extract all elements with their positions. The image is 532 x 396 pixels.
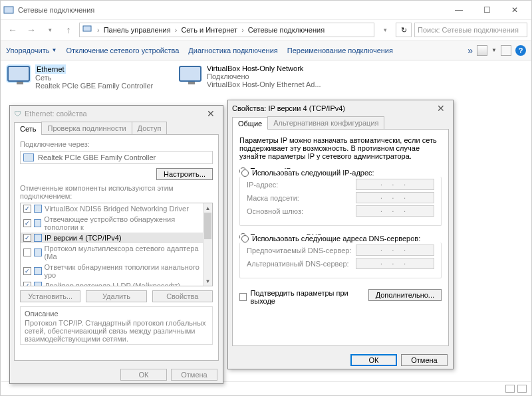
connection-status: Подключено <box>207 72 249 80</box>
scroll-thumb[interactable] <box>204 213 211 239</box>
dialog-titlebar[interactable]: Свойства: IP версии 4 (TCP/IPv4) ✕ <box>228 100 453 116</box>
install-button[interactable]: Установить... <box>20 290 80 302</box>
shield-icon: 🛡 <box>14 110 21 118</box>
titlebar: Сетевые подключения — ☐ ✕ <box>1 1 531 19</box>
view-dropdown[interactable]: ▼ <box>491 47 497 53</box>
breadcrumb[interactable]: › Панель управления › Сеть и Интернет › … <box>79 23 374 37</box>
ethernet-icon <box>6 64 31 87</box>
ip-label: IP-адрес: <box>247 181 356 189</box>
search-input[interactable]: Поиск: Сетевые подключения <box>414 23 527 37</box>
properties-button[interactable]: Свойства <box>152 290 213 302</box>
cancel-button[interactable]: Отмена <box>171 369 217 381</box>
tab-strip: Сеть Проверка подлинности Доступ <box>14 122 219 135</box>
tab-auth[interactable]: Проверка подлинности <box>41 122 132 134</box>
remove-button[interactable]: Удалить <box>86 290 146 302</box>
intro-text: Параметры IP можно назначать автоматичес… <box>239 136 442 160</box>
checkbox[interactable]: ✓ <box>23 234 31 242</box>
rename-cmd[interactable]: Переименование подключения <box>287 47 393 54</box>
view-large-icon[interactable] <box>517 385 527 393</box>
mask-input[interactable]: . . . <box>356 192 434 203</box>
protocol-icon <box>34 282 42 286</box>
tab-body: Подключение через: Realtek PCIe GBE Fami… <box>14 135 219 361</box>
connection-name: Ethernet <box>35 64 66 74</box>
preview-pane-button[interactable] <box>501 45 511 56</box>
ok-button[interactable]: ОК <box>120 369 167 381</box>
window-icon <box>3 5 14 15</box>
disable-device-cmd[interactable]: Отключение сетевого устройства <box>66 47 179 54</box>
checkbox[interactable] <box>23 248 31 256</box>
tab-strip: Общие Альтернативная конфигурация <box>232 116 449 130</box>
ok-button[interactable]: ОК <box>350 354 397 366</box>
help-button[interactable]: ? <box>515 45 526 56</box>
view-details-icon[interactable] <box>505 385 515 393</box>
svg-rect-0 <box>4 7 13 13</box>
protocol-icon <box>34 234 42 242</box>
advanced-button[interactable]: Дополнительно... <box>368 289 442 301</box>
breadcrumb-seg2[interactable]: Сеть и Интернет <box>181 26 237 34</box>
breadcrumb-seg3[interactable]: Сетевые подключения <box>248 26 325 34</box>
tab-access[interactable]: Доступ <box>132 122 168 134</box>
radio-manual-dns[interactable]: Использовать следующие адреса DNS-сервер… <box>240 235 422 243</box>
tab-alt-config[interactable]: Альтернативная конфигурация <box>267 116 384 129</box>
dialog-titlebar[interactable]: 🛡 Ethernet: свойства ✕ <box>10 106 223 122</box>
description-box: Описание Протокол TCP/IP. Стандартный пр… <box>20 306 213 345</box>
list-item: ✓VirtualBox NDIS6 Bridged Networking Dri… <box>21 203 212 214</box>
protocol-icon <box>34 205 42 213</box>
dns2-label: Альтернативный DNS-сервер: <box>247 260 356 268</box>
checkbox[interactable]: ✓ <box>23 267 31 275</box>
up-button[interactable]: ↑ <box>61 22 76 38</box>
checkbox-icon <box>239 293 247 301</box>
connection-status: Сеть <box>35 74 51 82</box>
components-list[interactable]: ✓VirtualBox NDIS6 Bridged Networking Dri… <box>20 203 213 286</box>
recent-button[interactable]: ▾ <box>42 22 58 38</box>
configure-button[interactable]: Настроить... <box>156 168 213 180</box>
list-item: ✓Отвечающее устройство обнаружения топол… <box>21 214 212 233</box>
virtualbox-icon <box>178 64 203 87</box>
view-icons-button[interactable] <box>477 45 487 56</box>
checkbox[interactable]: ✓ <box>23 219 31 227</box>
search-placeholder: Поиск: Сетевые подключения <box>418 26 519 34</box>
checkbox[interactable]: ✓ <box>23 205 31 213</box>
dns2-input[interactable]: . . . <box>356 258 434 269</box>
radio-manual-ip[interactable]: Использовать следующий IP-адрес: <box>240 169 376 177</box>
tab-general[interactable]: Общие <box>232 117 268 130</box>
list-item-selected: ✓IP версии 4 (TCP/IPv4) <box>21 233 212 243</box>
svg-rect-1 <box>83 26 91 31</box>
connection-name: VirtualBox Host-Only Network <box>207 64 303 72</box>
close-icon[interactable]: ✕ <box>203 108 219 119</box>
close-icon[interactable]: ✕ <box>433 103 449 114</box>
breadcrumb-seg1[interactable]: Панель управления <box>104 26 171 34</box>
connection-device: Realtek PCIe GBE Family Controller <box>35 82 153 90</box>
cancel-button[interactable]: Отмена <box>401 354 448 366</box>
radio-icon <box>241 169 249 177</box>
dns1-input[interactable]: . . . <box>356 245 434 256</box>
refresh-button[interactable]: ↻ <box>396 23 412 37</box>
radio-icon <box>241 235 249 243</box>
tab-network[interactable]: Сеть <box>14 122 42 135</box>
more-commands[interactable]: » <box>467 45 473 56</box>
confirm-on-exit-checkbox[interactable]: Подтвердить параметры при выходе <box>239 289 368 305</box>
connection-device: VirtualBox Host-Only Ethernet Ad... <box>207 80 321 88</box>
minimize-button[interactable]: — <box>445 1 473 19</box>
scroll-up[interactable]: ▲ <box>203 203 212 213</box>
net-icon <box>82 25 93 35</box>
adapter-name: Realtek PCIe GBE Family Controller <box>38 153 156 161</box>
gateway-input[interactable]: . . . <box>356 205 434 217</box>
tab-body: Параметры IP можно назначать автоматичес… <box>232 130 449 346</box>
ip-input[interactable]: . . . <box>356 179 434 190</box>
scrollbar[interactable]: ▲ ▼ <box>203 203 212 286</box>
close-button[interactable]: ✕ <box>501 1 529 19</box>
adapter-row: Realtek PCIe GBE Family Controller <box>20 151 213 164</box>
scroll-down[interactable]: ▼ <box>203 276 212 286</box>
ipv4-properties-dialog: Свойства: IP версии 4 (TCP/IPv4) ✕ Общие… <box>227 100 454 369</box>
checkbox[interactable]: ✓ <box>23 282 31 286</box>
forward-button[interactable]: → <box>23 22 39 38</box>
maximize-button[interactable]: ☐ <box>473 1 501 19</box>
mask-label: Маска подсети: <box>247 194 356 202</box>
adapter-icon <box>23 153 34 161</box>
gateway-label: Основной шлюз: <box>247 207 356 215</box>
breadcrumb-dropdown[interactable]: ▾ <box>377 22 393 38</box>
organize-menu[interactable]: Упорядочить ▼ <box>6 47 57 54</box>
diagnose-cmd[interactable]: Диагностика подключения <box>188 47 277 54</box>
back-button[interactable]: ← <box>5 22 21 38</box>
